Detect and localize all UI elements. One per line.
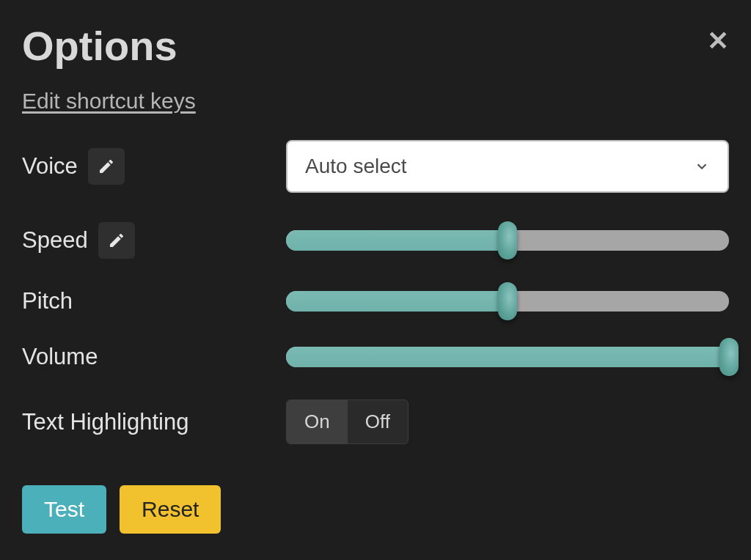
options-panel: ✕ Options Edit shortcut keys Voice Auto … [0,0,751,559]
voice-row: Voice Auto select [22,140,729,193]
text-highlighting-control: On Off [286,399,729,444]
slider-thumb[interactable] [498,221,517,259]
slider-fill [286,347,729,367]
text-highlighting-label: Text Highlighting [22,409,188,435]
pitch-label: Pitch [22,288,73,314]
pitch-row: Pitch [22,288,729,314]
speed-label: Speed [22,227,88,254]
speed-edit-button[interactable] [98,222,135,259]
pencil-icon [108,232,125,249]
volume-label-col: Volume [22,344,286,370]
speed-row: Speed [22,222,729,259]
test-button[interactable]: Test [22,485,106,534]
panel-title: Options [22,22,729,70]
speed-control [286,227,729,254]
pitch-control [286,288,729,314]
slider-fill [286,230,508,251]
pitch-label-col: Pitch [22,288,286,314]
voice-select[interactable]: Auto select [286,140,729,193]
slider-thumb[interactable] [498,282,517,320]
pitch-slider[interactable] [286,288,729,314]
volume-slider[interactable] [286,344,729,370]
footer-buttons: Test Reset [22,485,729,534]
chevron-down-icon [694,158,710,174]
highlighting-toggle: On Off [286,399,409,444]
text-highlighting-label-col: Text Highlighting [22,409,286,435]
close-button[interactable]: ✕ [707,28,729,54]
volume-row: Volume [22,344,729,370]
pencil-icon [98,158,115,175]
speed-label-col: Speed [22,222,286,259]
volume-label: Volume [22,344,98,370]
voice-label: Voice [22,153,78,180]
edit-shortcut-keys-link[interactable]: Edit shortcut keys [22,89,196,114]
voice-edit-button[interactable] [88,148,125,185]
speed-slider[interactable] [286,227,729,254]
close-icon: ✕ [707,26,729,56]
slider-thumb[interactable] [719,338,739,376]
slider-fill [286,291,508,312]
volume-control [286,344,729,370]
highlighting-on-button[interactable]: On [287,400,348,443]
reset-button[interactable]: Reset [120,485,221,534]
voice-label-col: Voice [22,148,286,185]
voice-select-value: Auto select [305,155,407,178]
voice-control: Auto select [286,140,729,193]
text-highlighting-row: Text Highlighting On Off [22,399,729,444]
highlighting-off-button[interactable]: Off [348,400,408,443]
